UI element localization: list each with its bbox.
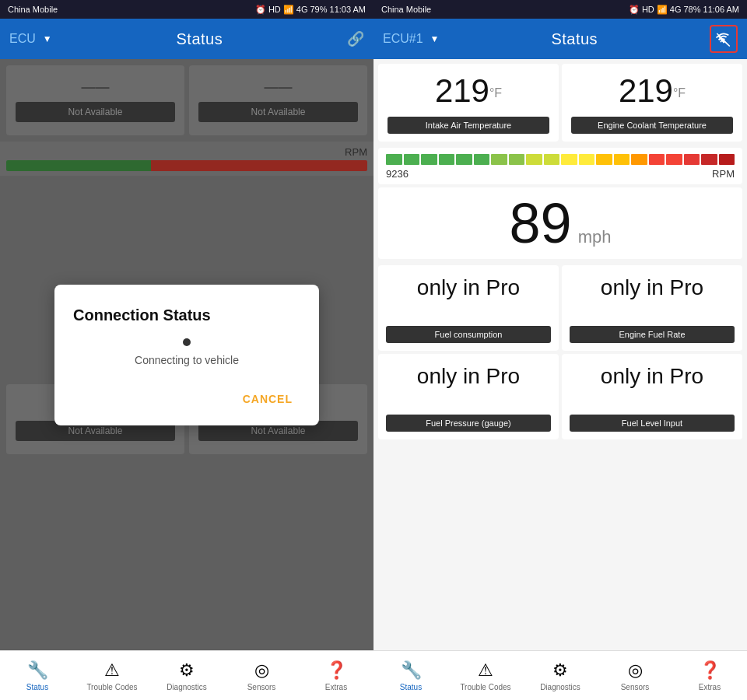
- left-phone: China Mobile ⏰ HD 📶 4G 79% 11:03 AM ECU …: [0, 0, 374, 700]
- nav-status-left[interactable]: 🔧 Status: [0, 660, 75, 691]
- wifi-off-btn[interactable]: [710, 25, 738, 53]
- signal-right: 4G: [670, 5, 682, 14]
- diag-icon-left: ⚙: [176, 660, 198, 681]
- main-content-left: —— Not Available —— Not Available RPM Co…: [0, 59, 374, 650]
- time-left: 11:03 AM: [330, 5, 366, 14]
- nav-label-status-left: Status: [26, 683, 48, 691]
- speed-section: 89 mph: [378, 187, 742, 259]
- nav-label-extras-right: Extras: [699, 683, 721, 691]
- nav-trouble-left[interactable]: ⚠ Trouble Codes: [75, 660, 149, 691]
- time-right: 11:06 AM: [703, 5, 739, 14]
- nav-label-trouble-right: Trouble Codes: [460, 683, 510, 691]
- dialog-title: Connection Status: [73, 306, 300, 324]
- right-phone: China Mobile ⏰ HD 📶 4G 78% 11:06 AM ECU#…: [374, 0, 747, 700]
- chevron-down-icon-left: ▼: [43, 33, 52, 44]
- bottom-nav-right: 🔧 Status ⚠ Trouble Codes ⚙ Diagnostics ◎…: [374, 650, 747, 700]
- page-title-right: Status: [551, 30, 598, 48]
- ecu-label-left: ECU: [9, 32, 36, 46]
- pro-label-3: Fuel Level Input: [570, 415, 735, 432]
- status-bar-right: China Mobile ⏰ HD 📶 4G 78% 11:06 AM: [374, 0, 747, 19]
- pro-card-1: only in Pro Engine Fuel Rate: [562, 265, 742, 351]
- nav-status-right[interactable]: 🔧 Status: [374, 660, 448, 691]
- sensor-unit-1: °F: [673, 86, 686, 100]
- pro-label-1: Engine Fuel Rate: [570, 326, 735, 343]
- ecu-label-right: ECU#1: [383, 32, 423, 46]
- alarm-icon-r: ⏰: [629, 5, 640, 15]
- link-icon-left: 🔗: [347, 30, 364, 47]
- sensor-card-1: 219°F Engine Coolant Temperature: [562, 64, 742, 142]
- hd-icon-r: HD: [642, 5, 654, 14]
- pro-card-2: only in Pro Fuel Pressure (gauge): [378, 354, 559, 439]
- nav-trouble-right[interactable]: ⚠ Trouble Codes: [448, 660, 523, 691]
- battery-right: 78%: [683, 5, 700, 14]
- rpm-value: 9236: [386, 168, 409, 180]
- nav-sensors-right[interactable]: ◎ Sensors: [598, 660, 672, 691]
- pro-text-3: only in Pro: [601, 365, 703, 389]
- pro-card-0: only in Pro Fuel consumption: [378, 265, 559, 351]
- link-btn-left[interactable]: 🔗: [347, 30, 364, 47]
- pro-text-2: only in Pro: [417, 365, 520, 389]
- nav-extras-left[interactable]: ❓ Extras: [299, 660, 374, 691]
- nav-diagnostics-left[interactable]: ⚙ Diagnostics: [149, 660, 224, 691]
- nav-diagnostics-right[interactable]: ⚙ Diagnostics: [523, 660, 598, 691]
- diag-icon-right: ⚙: [549, 660, 571, 681]
- nav-sensors-left[interactable]: ◎ Sensors: [224, 660, 299, 691]
- sensor-value-row-1: 219°F: [619, 75, 686, 107]
- battery-left: 79%: [310, 5, 327, 14]
- speed-unit: mph: [578, 227, 612, 247]
- ecu-menu-left[interactable]: ECU ▼: [9, 32, 52, 46]
- bottom-nav-left: 🔧 Status ⚠ Trouble Codes ⚙ Diagnostics ◎…: [0, 650, 374, 700]
- sensor-unit-0: °F: [489, 86, 502, 100]
- pro-text-1: only in Pro: [601, 276, 703, 300]
- nav-label-sensors-right: Sensors: [621, 683, 650, 691]
- pro-text-0: only in Pro: [417, 276, 520, 300]
- connection-dialog: Connection Status Connecting to vehicle …: [54, 285, 319, 425]
- carrier-right: China Mobile: [381, 5, 431, 14]
- rpm-info: 9236 RPM: [386, 168, 735, 180]
- wifi-off-icon-btn[interactable]: [710, 25, 738, 53]
- wifi-off-icon: [716, 31, 731, 47]
- ecu-menu-right[interactable]: ECU#1 ▼: [383, 32, 439, 46]
- nav-label-extras-left: Extras: [325, 683, 347, 691]
- nav-header-right: ECU#1 ▼ Status: [374, 19, 747, 59]
- sensor-card-0: 219°F Intake Air Temperature: [378, 64, 559, 142]
- sensor-icon-right: ◎: [624, 660, 646, 681]
- sensor-value-1: 219: [619, 72, 673, 109]
- chevron-down-icon-right: ▼: [430, 33, 440, 44]
- rpm-label-right: RPM: [712, 168, 735, 180]
- trouble-icon-left: ⚠: [101, 660, 123, 681]
- sensor-label-1: Engine Coolant Temperature: [571, 117, 733, 134]
- sensor-value-row-0: 219°F: [435, 75, 502, 107]
- alarm-icon: ⏰: [255, 5, 266, 15]
- status-icon-left: 🔧: [26, 660, 48, 681]
- pro-card-3: only in Pro Fuel Level Input: [562, 354, 742, 439]
- nav-extras-right[interactable]: ❓ Extras: [672, 660, 747, 691]
- wifi-icon-r: 📶: [657, 5, 668, 15]
- sensor-icon-left: ◎: [251, 660, 272, 681]
- main-content-right: 219°F Intake Air Temperature 219°F Engin…: [374, 59, 747, 650]
- trouble-icon-right: ⚠: [475, 660, 496, 681]
- rpm-bar: [386, 154, 735, 165]
- signal-left: 4G: [296, 5, 308, 14]
- rpm-section: 9236 RPM: [378, 148, 742, 184]
- carrier-left: China Mobile: [8, 5, 58, 14]
- status-bar-left: China Mobile ⏰ HD 📶 4G 79% 11:03 AM: [0, 0, 374, 19]
- pro-label-2: Fuel Pressure (gauge): [386, 415, 551, 432]
- nav-label-diag-right: Diagnostics: [540, 683, 580, 691]
- page-title-left: Status: [176, 30, 223, 48]
- dialog-message: Connecting to vehicle: [135, 354, 239, 366]
- nav-label-sensors-left: Sensors: [247, 683, 276, 691]
- nav-header-left: ECU ▼ Status 🔗: [0, 19, 374, 59]
- extras-icon-left: ❓: [325, 660, 347, 681]
- wifi-icon: 📶: [283, 5, 294, 15]
- status-right-left: ⏰ HD 📶 4G 79% 11:03 AM: [255, 5, 366, 15]
- nav-label-diag-left: Diagnostics: [167, 683, 207, 691]
- sensor-label-0: Intake Air Temperature: [388, 117, 549, 134]
- dialog-overlay: Connection Status Connecting to vehicle …: [0, 59, 374, 650]
- pro-grid: only in Pro Fuel consumption only in Pro…: [374, 262, 747, 444]
- hd-icon: HD: [268, 5, 281, 14]
- nav-label-trouble-left: Trouble Codes: [86, 683, 137, 691]
- speed-value: 89: [510, 195, 572, 251]
- cancel-button[interactable]: CANCEL: [235, 388, 300, 410]
- loading-spinner: [183, 338, 191, 346]
